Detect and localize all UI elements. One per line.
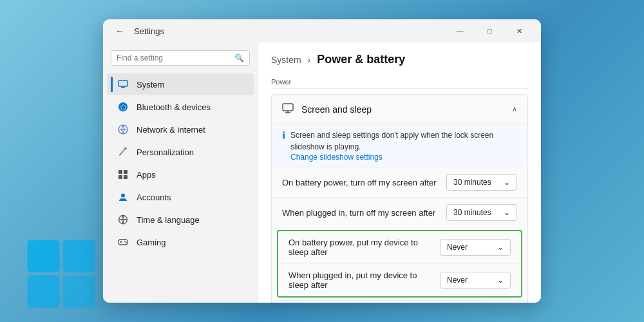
screen-icon	[282, 102, 294, 116]
battery-screen-dropdown[interactable]: 30 minutes ⌄	[446, 174, 517, 191]
chevron-down-icon: ⌄	[497, 276, 504, 285]
breadcrumb-parent: System	[271, 55, 301, 65]
svg-point-17	[121, 194, 125, 198]
svg-point-23	[126, 242, 127, 243]
svg-text:⬠: ⬠	[120, 104, 126, 111]
sidebar-item-system[interactable]: System	[107, 73, 254, 95]
apps-icon	[117, 169, 129, 180]
windows-logo	[26, 238, 97, 309]
settings-window: ← Settings — □ ✕ 🔍 System	[103, 19, 541, 303]
battery-sleep-dropdown[interactable]: Never ⌄	[440, 239, 511, 256]
screen-sleep-header-left: Screen and sleep	[282, 102, 372, 116]
sidebar-item-bluetooth-label: Bluetooth & devices	[137, 102, 211, 112]
svg-line-11	[120, 149, 125, 155]
sidebar-item-time-label: Time & language	[137, 215, 200, 225]
plugged-screen-row: When plugged in, turn off my screen afte…	[272, 197, 527, 227]
window-title: Settings	[134, 26, 164, 36]
globe-icon	[117, 214, 129, 225]
main-panel: System › Power & battery Power Screen an…	[258, 43, 541, 303]
sidebar-item-accounts[interactable]: Accounts	[107, 186, 254, 208]
screen-sleep-card: Screen and sleep ∧ ℹ Screen and sleep se…	[271, 94, 528, 303]
sidebar-item-gaming[interactable]: Gaming	[107, 231, 254, 253]
info-icon: ℹ	[282, 130, 285, 140]
monitor-icon	[117, 79, 129, 90]
svg-rect-1	[63, 240, 95, 272]
plugged-sleep-label: When plugged in, put my device to sleep …	[289, 270, 432, 290]
sidebar-item-system-label: System	[137, 80, 164, 90]
plugged-sleep-dropdown[interactable]: Never ⌄	[440, 272, 511, 289]
svg-rect-26	[283, 104, 293, 111]
close-button[interactable]: ✕	[505, 21, 533, 41]
chevron-up-icon: ∧	[512, 105, 517, 113]
svg-rect-3	[63, 276, 95, 308]
battery-sleep-label: On battery power, put my device to sleep…	[289, 238, 432, 257]
sidebar-item-apps-label: Apps	[137, 170, 156, 180]
sidebar-item-personalization[interactable]: Personalization	[107, 141, 254, 163]
breadcrumb-current: Power & battery	[317, 53, 405, 66]
sidebar-item-apps[interactable]: Apps	[107, 164, 254, 185]
sidebar-item-time[interactable]: Time & language	[107, 209, 254, 231]
content-area: 🔍 System ⬠ Bluetooth & devices	[103, 43, 541, 303]
screen-sleep-title: Screen and sleep	[301, 104, 372, 115]
back-button[interactable]: ←	[111, 22, 129, 40]
screen-sleep-header[interactable]: Screen and sleep ∧	[272, 95, 527, 124]
chevron-down-icon: ⌄	[497, 243, 504, 252]
svg-rect-14	[124, 170, 128, 174]
search-icon: 🔍	[234, 53, 244, 62]
power-warning: ℹ Power mode can't be set while the high…	[272, 300, 527, 303]
minimize-button[interactable]: —	[446, 21, 474, 41]
svg-rect-2	[28, 276, 60, 308]
plugged-screen-dropdown[interactable]: 30 minutes ⌄	[446, 204, 517, 221]
sidebar-item-network-label: Network & internet	[137, 125, 205, 135]
sidebar-item-network[interactable]: Network & internet	[107, 118, 254, 140]
sidebar-item-personalization-label: Personalization	[137, 147, 194, 157]
slideshow-link[interactable]: Change slideshow settings	[290, 153, 517, 162]
sidebar-item-bluetooth[interactable]: ⬠ Bluetooth & devices	[107, 96, 254, 118]
chevron-down-icon: ⌄	[504, 178, 510, 187]
screen-sleep-info: ℹ Screen and sleep settings don't apply …	[272, 124, 527, 167]
search-input[interactable]	[117, 53, 231, 62]
account-icon	[117, 191, 129, 203]
sidebar-item-accounts-label: Accounts	[137, 193, 171, 202]
svg-rect-15	[118, 175, 122, 179]
search-box[interactable]: 🔍	[111, 50, 250, 66]
battery-screen-label: On battery power, turn off my screen aft…	[282, 178, 439, 187]
titlebar: ← Settings — □ ✕	[103, 19, 541, 43]
battery-sleep-row: On battery power, put my device to sleep…	[278, 231, 521, 263]
battery-screen-row: On battery power, turn off my screen aft…	[272, 167, 527, 197]
svg-rect-13	[118, 170, 122, 174]
chevron-down-icon: ⌄	[504, 208, 510, 217]
svg-rect-6	[122, 86, 124, 88]
sidebar-item-gaming-label: Gaming	[137, 238, 166, 247]
svg-rect-16	[124, 175, 128, 179]
sidebar: 🔍 System ⬠ Bluetooth & devices	[103, 43, 258, 303]
gaming-icon	[117, 236, 129, 248]
plugged-screen-label: When plugged in, turn off my screen afte…	[282, 208, 439, 218]
breadcrumb-separator: ›	[308, 55, 314, 65]
window-controls: — □ ✕	[446, 21, 533, 41]
svg-point-22	[124, 241, 126, 242]
svg-rect-0	[28, 240, 60, 272]
network-icon	[117, 124, 129, 135]
breadcrumb: System › Power & battery	[271, 53, 528, 66]
svg-rect-4	[118, 80, 128, 86]
section-label: Power	[271, 75, 528, 89]
plugged-sleep-row: When plugged in, put my device to sleep …	[278, 263, 521, 296]
svg-rect-20	[118, 240, 128, 245]
bluetooth-icon: ⬠	[117, 101, 129, 113]
highlighted-sleep-rows: On battery power, put my device to sleep…	[277, 230, 522, 298]
paint-icon	[117, 146, 129, 158]
info-text: Screen and sleep settings don't apply wh…	[290, 129, 517, 153]
maximize-button[interactable]: □	[475, 21, 504, 41]
